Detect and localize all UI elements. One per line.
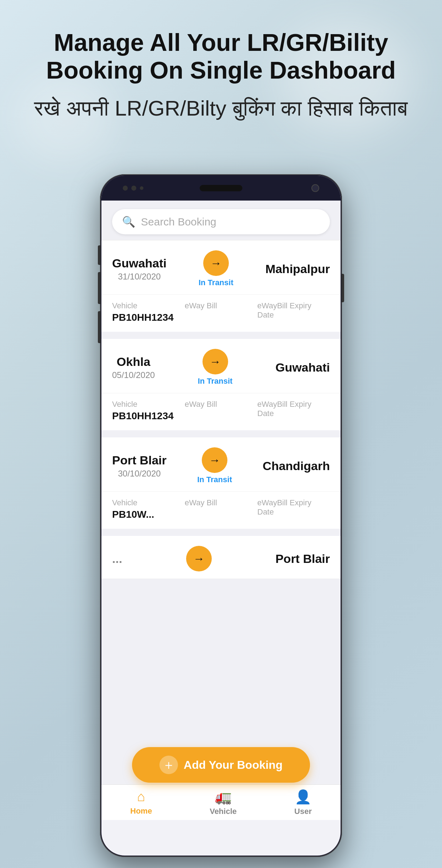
from-city-1: Guwahati 31/10/2020 <box>112 256 167 282</box>
phone-topbar <box>101 176 341 201</box>
search-bar[interactable]: 🔍 Search Booking <box>112 209 330 234</box>
add-booking-label: Add Your Booking <box>184 758 283 772</box>
transit-badge-1: → In Transit <box>199 250 233 287</box>
transit-badge-3: → In Transit <box>197 447 232 484</box>
transit-badge-4: → <box>186 546 212 571</box>
to-city-3: Chandigarh <box>263 459 330 473</box>
eway-field-2: eWay Bill <box>185 400 257 422</box>
arrow-icon-4: → <box>186 546 212 571</box>
booking-card-1[interactable]: Guwahati 31/10/2020 → In Transit Mahipal… <box>101 240 341 332</box>
arrow-icon-3: → <box>202 447 227 473</box>
booking-list: Guwahati 31/10/2020 → In Transit Mahipal… <box>101 240 341 579</box>
vehicle-field-2: Vehicle PB10HH1234 <box>112 400 185 422</box>
booking-card-4-partial[interactable]: ... → Port Blair <box>101 533 341 579</box>
search-wrapper: 🔍 Search Booking <box>101 201 341 240</box>
title-english: Manage All Your LR/GR/Bility Booking On … <box>21 28 421 84</box>
nav-user[interactable]: 👤 User <box>294 789 312 816</box>
search-placeholder: Search Booking <box>141 216 216 228</box>
to-city-4: Port Blair <box>275 552 330 566</box>
vehicle-field-1: Vehicle PB10HH1234 <box>112 301 185 323</box>
bottom-nav: ⌂ Home 🚛 Vehicle 👤 User <box>101 784 341 820</box>
user-icon: 👤 <box>295 789 311 805</box>
expiry-field-1: eWayBill Expiry Date <box>257 301 330 323</box>
to-city-2: Guwahati <box>275 361 330 374</box>
from-city-3: Port Blair 30/10/2020 <box>112 453 167 479</box>
to-city-1: Mahipalpur <box>265 262 330 276</box>
from-city-2: Okhla 05/10/2020 <box>112 355 155 380</box>
app-content: 🔍 Search Booking Guwahati 31/10/2020 → <box>101 201 341 820</box>
search-icon: 🔍 <box>122 215 135 228</box>
transit-badge-2: → In Transit <box>198 349 233 386</box>
nav-home[interactable]: ⌂ Home <box>130 789 152 816</box>
from-city-4: ... <box>112 552 122 566</box>
arrow-icon-2: → <box>202 349 228 374</box>
vehicle-icon: 🚛 <box>215 789 232 805</box>
eway-field-3: eWay Bill <box>185 498 257 520</box>
booking-card-3[interactable]: Port Blair 30/10/2020 → In Transit Chand… <box>101 435 341 529</box>
vehicle-field-3: Vehicle PB10W... <box>112 498 185 520</box>
arrow-icon-1: → <box>203 250 229 276</box>
expiry-field-3: eWayBill Expiry Date <box>257 498 330 520</box>
expiry-field-2: eWayBill Expiry Date <box>257 400 330 422</box>
phone-frame: 🔍 Search Booking Guwahati 31/10/2020 → <box>100 174 342 857</box>
title-hindi: रखे अपनी LR/GR/Bilty बुकिंग का हिसाब कित… <box>21 95 421 122</box>
nav-vehicle[interactable]: 🚛 Vehicle <box>210 789 237 816</box>
add-booking-button[interactable]: ＋ Add Your Booking <box>132 747 310 783</box>
eway-field-1: eWay Bill <box>185 301 257 323</box>
booking-card-2[interactable]: Okhla 05/10/2020 → In Transit Guwahati <box>101 336 341 430</box>
home-icon: ⌂ <box>137 789 145 804</box>
header-section: Manage All Your LR/GR/Bility Booking On … <box>0 28 442 122</box>
plus-icon: ＋ <box>159 756 178 774</box>
